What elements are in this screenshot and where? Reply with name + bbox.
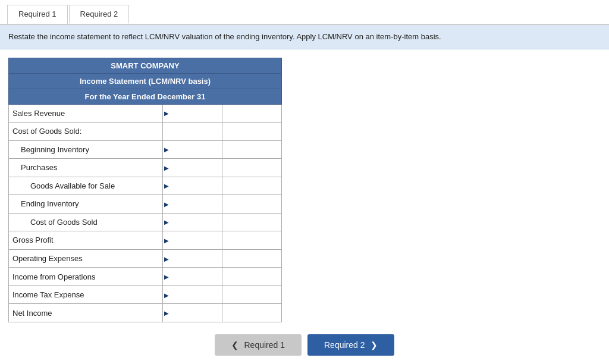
input-field-col1[interactable]: [167, 125, 218, 137]
row-label: Goods Available for Sale: [9, 177, 163, 195]
input-col2[interactable]: [222, 177, 282, 195]
period-label: For the Year Ended December 31: [9, 89, 282, 104]
row-label: Net Income: [9, 304, 163, 322]
instructions-text: Restate the income statement to reflect …: [0, 25, 609, 49]
prev-button-label: Required 1: [244, 340, 285, 350]
input-col1[interactable]: [163, 285, 222, 304]
input-col2[interactable]: [222, 285, 282, 304]
input-col2[interactable]: [222, 231, 282, 250]
input-field-col2[interactable]: [226, 234, 278, 246]
input-field-col1[interactable]: [167, 107, 218, 119]
input-col2[interactable]: [222, 213, 282, 231]
input-col1[interactable]: [163, 123, 222, 141]
row-label: Ending Inventory: [9, 195, 163, 214]
row-label: Cost of Goods Sold:: [9, 123, 163, 141]
input-col1[interactable]: [163, 213, 222, 231]
input-field-col1[interactable]: [167, 271, 218, 283]
table-row: Ending Inventory: [9, 195, 282, 214]
input-col1[interactable]: [163, 304, 222, 322]
row-label: Sales Revenue: [9, 104, 163, 123]
table-row: Purchases: [9, 159, 282, 177]
input-field-col2[interactable]: [226, 162, 278, 174]
row-label: Cost of Goods Sold: [9, 213, 163, 231]
input-col2[interactable]: [222, 268, 282, 286]
table-row: Income Tax Expense: [9, 285, 282, 304]
tab-required1[interactable]: Required 1: [7, 5, 68, 24]
input-field-col1[interactable]: [167, 162, 218, 174]
table-row: Gross Profit: [9, 231, 282, 250]
input-col1[interactable]: [163, 195, 222, 214]
tab-required2[interactable]: Required 2: [69, 5, 130, 24]
input-field-col2[interactable]: [226, 216, 278, 228]
input-field-col1[interactable]: [167, 234, 218, 246]
input-col2[interactable]: [222, 249, 282, 268]
input-field-col1[interactable]: [167, 180, 218, 192]
input-field-col2[interactable]: [226, 180, 278, 192]
statement-title: Income Statement (LCM/NRV basis): [9, 73, 282, 89]
table-header-period: For the Year Ended December 31: [9, 89, 282, 104]
input-col1[interactable]: [163, 249, 222, 268]
row-label: Gross Profit: [9, 231, 163, 250]
input-field-col1[interactable]: [167, 216, 218, 228]
input-field-col1[interactable]: [167, 198, 218, 210]
input-field-col2[interactable]: [226, 125, 278, 137]
tabs-bar: Required 1 Required 2: [0, 0, 609, 25]
input-field-col2[interactable]: [226, 253, 278, 265]
bottom-navigation: ❮ Required 1 Required 2 ❯: [0, 328, 609, 364]
input-field-col2[interactable]: [226, 307, 278, 319]
row-label: Beginning Inventory: [9, 140, 163, 159]
input-field-col2[interactable]: [226, 198, 278, 210]
table-header-company: SMART COMPANY: [9, 58, 282, 73]
input-field-col1[interactable]: [167, 289, 218, 301]
table-row: Operating Expenses: [9, 249, 282, 268]
input-field-col2[interactable]: [226, 107, 278, 119]
input-col2[interactable]: [222, 104, 282, 123]
input-field-col2[interactable]: [226, 289, 278, 301]
input-field-col1[interactable]: [167, 253, 218, 265]
input-col2[interactable]: [222, 140, 282, 159]
main-content: SMART COMPANY Income Statement (LCM/NRV …: [0, 49, 609, 329]
input-field-col1[interactable]: [167, 307, 218, 319]
input-col1[interactable]: [163, 231, 222, 250]
table-row: Beginning Inventory: [9, 140, 282, 159]
input-field-col1[interactable]: [167, 143, 218, 155]
row-label: Income from Operations: [9, 268, 163, 286]
table-row: Income from Operations: [9, 268, 282, 286]
row-label: Income Tax Expense: [9, 285, 163, 304]
input-col1[interactable]: [163, 104, 222, 123]
next-button[interactable]: Required 2 ❯: [307, 334, 394, 356]
income-statement-table: SMART COMPANY Income Statement (LCM/NRV …: [8, 58, 282, 323]
input-col2[interactable]: [222, 304, 282, 322]
company-name: SMART COMPANY: [9, 58, 282, 73]
next-button-label: Required 2: [324, 340, 365, 350]
input-field-col2[interactable]: [226, 271, 278, 283]
input-col2[interactable]: [222, 123, 282, 141]
input-field-col2[interactable]: [226, 143, 278, 155]
table-header-statement: Income Statement (LCM/NRV basis): [9, 73, 282, 89]
input-col1[interactable]: [163, 268, 222, 286]
next-arrow-icon: ❯: [371, 340, 378, 350]
prev-arrow-icon: ❮: [231, 340, 238, 350]
input-col1[interactable]: [163, 159, 222, 177]
table-row: Cost of Goods Sold: [9, 213, 282, 231]
input-col1[interactable]: [163, 140, 222, 159]
input-col1[interactable]: [163, 177, 222, 195]
table-row: Sales Revenue: [9, 104, 282, 123]
input-col2[interactable]: [222, 195, 282, 214]
input-col2[interactable]: [222, 159, 282, 177]
prev-button[interactable]: ❮ Required 1: [215, 334, 302, 356]
table-row: Net Income: [9, 304, 282, 322]
table-row: Cost of Goods Sold:: [9, 123, 282, 141]
row-label: Purchases: [9, 159, 163, 177]
row-label: Operating Expenses: [9, 249, 163, 268]
table-row: Goods Available for Sale: [9, 177, 282, 195]
